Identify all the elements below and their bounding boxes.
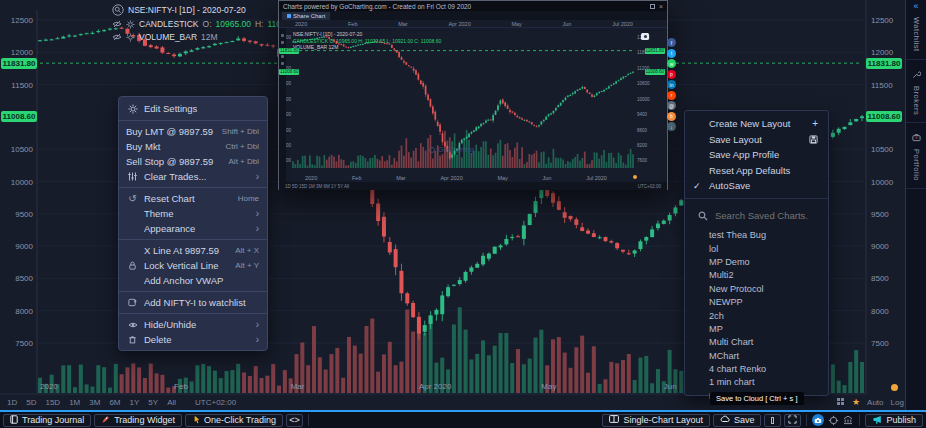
popup-price-tag: 11831.80 <box>645 48 665 54</box>
svg-text:10000: 10000 <box>11 178 34 187</box>
timeframe-1m[interactable]: 1M <box>69 398 80 407</box>
save-button[interactable]: Save <box>713 414 762 427</box>
email-share-icon[interactable]: @ <box>667 101 676 110</box>
timeframe-all[interactable]: All <box>167 398 176 407</box>
square-icon <box>771 417 774 424</box>
popup-maximize-icon[interactable] <box>650 4 655 9</box>
popup-title-bar[interactable]: Charts powered by GoCharting.com - Creat… <box>279 1 667 11</box>
auto-scale-toggle[interactable]: Auto <box>867 398 883 407</box>
menu-item-hide-unhide[interactable]: Hide/Unhide › <box>119 317 267 332</box>
sliders-icon <box>126 172 139 181</box>
sidebar-tab-watchlist[interactable]: Watchlist <box>906 5 926 60</box>
pointer-icon <box>192 415 200 426</box>
grid-settings-icon[interactable] <box>836 397 845 408</box>
saved-chart-item[interactable]: NEWPP <box>685 295 828 308</box>
snapshot-camera-icon[interactable] <box>812 414 824 426</box>
submenu-arrow-icon: › <box>256 225 259 233</box>
saved-chart-item[interactable]: Multi Chart <box>685 336 828 349</box>
blogger-share-icon[interactable]: b <box>667 112 676 121</box>
gocharting-app: 1250012500120001200011500115001050010500… <box>0 0 926 428</box>
popup-close-icon[interactable]: × <box>659 3 663 10</box>
svg-text:10000: 10000 <box>871 178 894 187</box>
menu-item-buy-mkt[interactable]: Buy Mkt Ctrl + Dbl <box>119 139 267 154</box>
menu-item-save-layout[interactable]: Save Layout <box>685 132 828 148</box>
square-select-button[interactable] <box>764 414 781 427</box>
timeframe-3m[interactable]: 3M <box>89 398 100 407</box>
trading-widget-button[interactable]: Trading Widget <box>94 414 182 427</box>
menu-item-reset-chart[interactable]: ↺ Reset Chart Home <box>119 191 267 206</box>
log-scale-toggle[interactable]: Log <box>891 398 904 407</box>
saved-chart-item[interactable]: test Thea Bug <box>685 229 828 242</box>
menu-item-clear-trades[interactable]: Clear Trades... › <box>119 169 267 184</box>
trading-journal-button[interactable]: Trading Journal <box>3 414 91 427</box>
bank-icon[interactable] <box>842 414 854 426</box>
menu-item-lock-vertical-line[interactable]: Lock Vertical Line Alt + Y <box>119 258 267 273</box>
menu-item-theme[interactable]: Theme › <box>119 206 267 221</box>
menu-divider <box>119 291 267 292</box>
menu-item-buy-lmt[interactable]: Buy LMT @ 9897.59 Shift + Dbl <box>119 124 267 139</box>
target-icon[interactable] <box>827 414 839 426</box>
download-image-icon[interactable]: ↓ <box>667 122 676 131</box>
check-icon: ✓ <box>693 181 701 191</box>
menu-item-create-new-layout[interactable]: Create New Layout + <box>685 116 828 132</box>
pinterest-share-icon[interactable]: p <box>667 70 676 79</box>
menu-item-sell-stop[interactable]: Sell Stop @ 9897.59 Alt + Dbl <box>119 154 267 169</box>
saved-chart-item[interactable]: lol <box>685 242 828 255</box>
menu-item-add-to-watchlist[interactable]: Add NIFTY-I to watchlist <box>119 295 267 310</box>
menu-item-appearance[interactable]: Appearance › <box>119 221 267 236</box>
saved-chart-item[interactable]: Multi2 <box>685 269 828 282</box>
svg-text:9000: 9000 <box>15 242 33 251</box>
sidebar-tab-portfolio[interactable]: Portfolio <box>906 123 926 189</box>
volume-settings-gear-icon[interactable] <box>126 33 135 42</box>
saved-charts-search-input[interactable] <box>715 210 815 221</box>
whatsapp-share-icon[interactable]: w <box>667 59 676 68</box>
menu-item-add-anchor-vwap[interactable]: Add Anchor VWAP <box>119 273 267 288</box>
timeframe-15d[interactable]: 15D <box>45 398 60 407</box>
popup-price-tag: 11008.60 <box>279 69 299 75</box>
popup-chart-preview: 1240012400118001180011200112001060010600… <box>279 28 667 190</box>
single-chart-layout-button[interactable]: Single-Chart Layout <box>602 414 710 427</box>
svg-text:9500: 9500 <box>15 210 33 219</box>
code-widget-button[interactable]: <> <box>286 414 303 427</box>
svg-text:May: May <box>541 382 556 391</box>
linkedin-share-icon[interactable]: in <box>667 80 676 89</box>
saved-chart-item[interactable]: MP Demo <box>685 255 828 268</box>
hide-volume-icon[interactable] <box>112 33 122 41</box>
social-share-strip: f t w p in r @ b ↓ <box>667 38 676 131</box>
facebook-share-icon[interactable]: f <box>667 38 676 47</box>
menu-item-autosave[interactable]: ✓ AutoSave <box>685 178 828 194</box>
one-click-trading-button[interactable]: One-Click Trading <box>185 414 283 427</box>
saved-chart-item[interactable]: MP <box>685 322 828 335</box>
svg-text:8000: 8000 <box>15 307 33 316</box>
timeframe-1y[interactable]: 1Y <box>130 398 140 407</box>
camera-icon[interactable] <box>641 33 649 40</box>
twitter-share-icon[interactable]: t <box>667 49 676 58</box>
favorite-star-icon[interactable]: ★ <box>852 397 860 407</box>
reddit-share-icon[interactable]: r <box>667 91 676 100</box>
svg-text:12000: 12000 <box>871 48 894 57</box>
fullscreen-button[interactable] <box>784 414 801 427</box>
saved-chart-item[interactable]: 2ch <box>685 309 828 322</box>
publish-button[interactable]: Publish <box>865 414 923 427</box>
hide-study-icon[interactable] <box>112 20 122 28</box>
menu-item-edit-settings[interactable]: Edit Settings <box>119 100 267 117</box>
popup-tab-share-chart[interactable]: Share Chart <box>282 12 330 20</box>
timezone-selector[interactable]: UTC+02:00 <box>195 398 236 407</box>
timeframe-5y[interactable]: 5Y <box>148 398 158 407</box>
menu-item-delete[interactable]: Delete › <box>119 332 267 347</box>
sidebar-tab-brokers[interactable]: Brokers <box>906 60 926 123</box>
menu-item-reset-app-defaults[interactable]: Reset App Defaults <box>685 163 828 179</box>
saved-chart-item[interactable]: 1 min chart <box>685 376 828 389</box>
zoom-magnifier-icon[interactable] <box>112 4 124 16</box>
saved-chart-item[interactable]: 4 chart Renko <box>685 362 828 375</box>
menu-item-save-app-profile[interactable]: Save App Profile <box>685 147 828 163</box>
saved-chart-item[interactable]: New Protocol <box>685 282 828 295</box>
timeframe-1d[interactable]: 1D <box>7 398 17 407</box>
timeframe-5d[interactable]: 5D <box>26 398 36 407</box>
saved-chart-item[interactable]: MChart <box>685 349 828 362</box>
study-settings-gear-icon[interactable] <box>126 20 135 29</box>
symbol-title: NSE:NIFTY-I [1D] - 2020-07-20 <box>128 5 246 15</box>
popup-logo-dot <box>633 175 637 179</box>
menu-item-x-line[interactable]: X Line At 9897.59 Alt + X <box>119 243 267 258</box>
timeframe-6m[interactable]: 6M <box>109 398 120 407</box>
